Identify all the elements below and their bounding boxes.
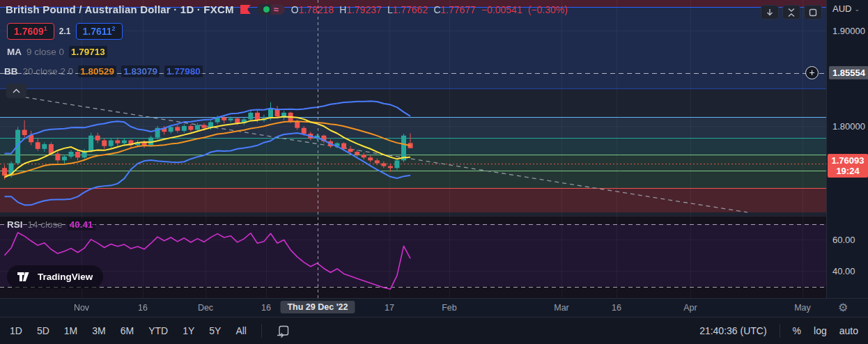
chart-area: British Pound / Australian Dollar · 1D ·… bbox=[0, 0, 826, 298]
maximize-icon bbox=[809, 8, 817, 17]
open-value: 1.78218 bbox=[299, 4, 334, 15]
rsi-label-60: 60.00 bbox=[832, 235, 855, 245]
rsi-params: 14 close bbox=[28, 219, 63, 230]
bottom-toolbar: 1D 5D 1M 3M 6M YTD 1Y 5Y All 21:40:36 (U… bbox=[0, 317, 868, 344]
range-button-1d[interactable]: 1D bbox=[10, 325, 22, 336]
bar-countdown: 19:24 bbox=[828, 166, 868, 176]
chart-canvas[interactable] bbox=[0, 0, 826, 298]
chevron-down-icon: ⌄ bbox=[854, 6, 860, 13]
range-button-5y[interactable]: 5Y bbox=[209, 325, 221, 336]
close-value: 1.77677 bbox=[441, 4, 476, 15]
bb-upper-value: 1.83079 bbox=[121, 65, 160, 77]
rsi-name: RSI bbox=[7, 219, 23, 230]
crosshair-price-label: 1.85554 bbox=[829, 66, 868, 79]
pane-move-down-button[interactable] bbox=[761, 5, 779, 19]
high-label: H bbox=[339, 4, 346, 15]
rsi-label-40: 40.00 bbox=[832, 266, 855, 276]
market-open-dot-icon bbox=[263, 6, 270, 13]
arrow-down-icon bbox=[766, 8, 774, 17]
change-value: −0.00541 bbox=[481, 4, 522, 15]
symbol-title[interactable]: British Pound / Australian Dollar · 1D ·… bbox=[6, 3, 234, 15]
ma-params: 9 close 0 bbox=[26, 47, 64, 57]
change-percent: (−0.30%) bbox=[528, 4, 568, 15]
bb-basis-value: 1.80529 bbox=[78, 65, 116, 77]
sell-button[interactable]: 1.76091 bbox=[7, 23, 54, 40]
low-label: L bbox=[387, 4, 393, 15]
chart-collapse-chevron-button[interactable] bbox=[6, 84, 26, 98]
toolbar-separator-right bbox=[780, 324, 780, 338]
crosshair-date-label: Thu 29 Dec '22 bbox=[280, 301, 355, 313]
currency-selector[interactable]: AUD ⌄ bbox=[832, 3, 860, 14]
chevron-up-icon bbox=[13, 88, 20, 93]
price-label-180: 1.80000 bbox=[832, 121, 865, 132]
pane-buttons bbox=[761, 5, 822, 19]
bb-name: BB bbox=[4, 66, 18, 77]
data-feed-icon: ≈ bbox=[274, 6, 279, 13]
log-scale-button[interactable]: log bbox=[814, 325, 827, 336]
last-price-value: 1.76093 bbox=[828, 155, 868, 166]
range-button-1y[interactable]: 1Y bbox=[183, 325, 194, 336]
toolbar-separator bbox=[261, 324, 262, 338]
flag-icon[interactable] bbox=[240, 5, 251, 14]
time-axis[interactable]: Nov16Dec1617FebMar16AprMay Thu 29 Dec '2… bbox=[0, 298, 868, 317]
low-value: 1.77662 bbox=[393, 4, 428, 15]
spread-value: 2.1 bbox=[59, 26, 71, 36]
time-tick: Mar bbox=[554, 303, 569, 313]
tradingview-logo-text: TradingView bbox=[38, 272, 93, 282]
time-tick: 16 bbox=[138, 303, 148, 313]
ma-name: MA bbox=[7, 47, 22, 57]
open-label: O bbox=[291, 4, 299, 15]
go-to-date-button[interactable] bbox=[277, 325, 290, 338]
rsi-value: 40.41 bbox=[68, 219, 95, 230]
range-button-5d[interactable]: 5D bbox=[37, 325, 49, 336]
last-price-label: 1.76093 19:24 bbox=[828, 154, 868, 178]
range-button-3m[interactable]: 3M bbox=[92, 325, 105, 336]
buy-button[interactable]: 1.76112 bbox=[76, 23, 123, 40]
price-label-190: 1.90000 bbox=[832, 26, 865, 36]
indicator-rsi-row[interactable]: RSI 14 close 40.41 bbox=[7, 219, 95, 230]
indicator-ma-row[interactable]: MA 9 close 0 1.79713 bbox=[7, 46, 107, 58]
add-alert-plus-button[interactable]: + bbox=[805, 66, 819, 79]
time-tick: Apr bbox=[683, 303, 697, 313]
time-tick: 17 bbox=[385, 303, 394, 313]
range-button-6m[interactable]: 6M bbox=[121, 325, 134, 336]
price-axis[interactable]: AUD ⌄ 1.90000 1.85554 1.80000 1.76093 19… bbox=[826, 0, 868, 298]
currency-label: AUD bbox=[832, 3, 851, 14]
time-tick: Feb bbox=[442, 303, 457, 313]
gear-icon[interactable]: ⚙ bbox=[838, 301, 848, 314]
indicator-bb-row[interactable]: BB 20 close 2 0 1.80529 1.83079 1.77980 bbox=[4, 65, 203, 77]
range-button-all[interactable]: All bbox=[235, 325, 247, 336]
calendar-icon bbox=[277, 325, 290, 338]
time-tick: May bbox=[794, 303, 811, 313]
clock-utc[interactable]: 21:40:36 (UTC) bbox=[699, 325, 766, 336]
percent-scale-button[interactable]: % bbox=[793, 325, 801, 336]
tradingview-chart-window: British Pound / Australian Dollar · 1D ·… bbox=[0, 0, 868, 344]
auto-scale-button[interactable]: auto bbox=[839, 325, 858, 336]
pane-maximize-button[interactable] bbox=[804, 5, 822, 19]
ohlc-values: O1.78218 H1.79237 L1.77662 C1.77677 −0.0… bbox=[291, 4, 568, 15]
pane-collapse-button[interactable] bbox=[782, 5, 800, 19]
ma-value: 1.79713 bbox=[69, 46, 107, 58]
bb-lower-value: 1.77980 bbox=[164, 65, 203, 77]
market-status-indicator[interactable]: ≈ bbox=[257, 4, 285, 15]
time-tick: Nov bbox=[74, 303, 89, 313]
symbol-header: British Pound / Australian Dollar · 1D ·… bbox=[6, 3, 568, 15]
time-tick: Dec bbox=[198, 303, 213, 313]
range-button-1m[interactable]: 1M bbox=[64, 325, 77, 336]
tradingview-logo[interactable]: TradingView bbox=[7, 265, 103, 288]
range-button-ytd[interactable]: YTD bbox=[148, 325, 168, 336]
time-tick: 16 bbox=[261, 303, 271, 313]
time-tick: 16 bbox=[612, 303, 621, 313]
bb-params: 20 close 2 0 bbox=[23, 66, 74, 77]
tradingview-logo-icon bbox=[17, 272, 32, 281]
trade-buttons: 1.76091 2.1 1.76112 bbox=[7, 23, 123, 40]
high-value: 1.79237 bbox=[346, 4, 382, 15]
collapse-icon bbox=[787, 8, 796, 17]
close-label: C bbox=[433, 4, 440, 15]
